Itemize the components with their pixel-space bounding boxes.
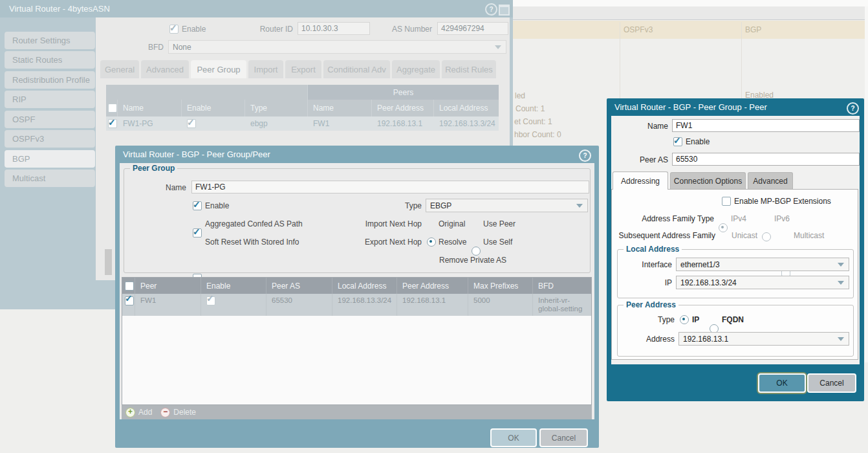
tab-conditional-adv[interactable]: Conditional Adv xyxy=(323,60,390,78)
as-number-input[interactable]: 4294967294 xyxy=(437,22,508,35)
peer-dialog: Virtual Router - BGP - Peer Group - Peer… xyxy=(607,98,864,401)
enable-checkbox[interactable] xyxy=(193,201,202,210)
peer-group-table: Peers Name Enable Type Name Peer Address… xyxy=(106,85,499,131)
bgp-enable-label: Enable xyxy=(182,25,206,34)
select-all-checkbox[interactable] xyxy=(108,104,117,113)
enable-label: Enable xyxy=(205,201,229,210)
peer-group-table-header: Name Enable Type Name Peer Address Local… xyxy=(106,100,499,116)
name-input[interactable]: FW1 xyxy=(672,119,860,132)
table-row[interactable]: FW1 65530 192.168.13.3/24 192.168.13.1 5… xyxy=(122,294,591,316)
import-original-radio[interactable] xyxy=(427,238,436,247)
chevron-down-icon xyxy=(838,263,844,267)
row-checkbox[interactable] xyxy=(108,119,117,128)
peer-address-fieldset: Peer Address Type IP FQDN Address 192.16… xyxy=(617,305,854,357)
sidebar-item-router-settings[interactable]: Router Settings xyxy=(5,32,95,49)
help-icon[interactable]: ? xyxy=(485,3,497,16)
tab-import[interactable]: Import xyxy=(248,60,283,78)
cancel-button[interactable]: Cancel xyxy=(539,428,588,447)
peer-as-input[interactable]: 65530 xyxy=(672,153,860,166)
type-select[interactable]: EBGP xyxy=(426,199,588,212)
bgp-enable-checkbox[interactable] xyxy=(169,25,179,34)
mp-bgp-label: Enable MP-BGP Extensions xyxy=(734,197,831,206)
import-use-peer-radio[interactable] xyxy=(472,247,481,256)
aggregated-confed-checkbox[interactable] xyxy=(193,228,202,238)
peer-address-label: Address xyxy=(620,335,675,344)
as-number-label: AS Number xyxy=(373,25,432,34)
peer-address-select[interactable]: 192.168.13.1 xyxy=(678,332,849,346)
column-header-bgp: BGP xyxy=(745,25,761,34)
tab-advanced[interactable]: Advanced xyxy=(141,60,189,78)
bfd-select[interactable]: None xyxy=(168,40,506,54)
screen: OSPFv3 BGP led Count: 1 et Count: 1 hbor… xyxy=(0,0,868,453)
import-use-peer-label: Use Peer xyxy=(483,219,515,228)
add-icon[interactable]: + xyxy=(125,408,135,417)
enable-label: Enable xyxy=(686,137,710,146)
export-use-self-label: Use Self xyxy=(483,238,512,247)
interface-select[interactable]: ethernet1/3 xyxy=(676,258,849,271)
address-family-label: Address Family Type xyxy=(612,214,714,223)
subsequent-family-label: Subsequent Address Family xyxy=(612,231,715,240)
sidebar-item-ospfv3[interactable]: OSPFv3 xyxy=(5,130,95,148)
name-input[interactable]: FW1-PG xyxy=(191,181,589,193)
router-id-input[interactable]: 10.10.30.3 xyxy=(298,22,370,35)
tab-connection-options[interactable]: Connection Options xyxy=(670,172,746,190)
sidebar-item-redistribution-profile[interactable]: Redistribution Profile xyxy=(5,71,95,89)
add-button[interactable]: Add xyxy=(138,408,152,417)
table-footer-bar: + Add − Delete xyxy=(122,405,592,419)
peer-group-dialog-body: Peer Group Name FW1-PG Enable Type EBGP … xyxy=(120,163,594,419)
delete-button[interactable]: Delete xyxy=(173,408,196,417)
tab-aggregate[interactable]: Aggregate xyxy=(392,60,440,78)
column-header-ospfv3: OSPFv3 xyxy=(624,25,653,34)
help-icon[interactable]: ? xyxy=(579,149,591,162)
mp-bgp-checkbox[interactable] xyxy=(722,197,731,206)
tab-general[interactable]: General xyxy=(100,60,139,78)
ok-button[interactable]: OK xyxy=(490,428,537,447)
ok-button[interactable]: OK xyxy=(758,373,806,393)
router-id-label: Router ID xyxy=(238,25,293,34)
ip-select[interactable]: 192.168.13.3/24 xyxy=(676,276,849,289)
aggregated-confed-label: Aggregated Confed AS Path xyxy=(205,219,303,228)
virtual-router-dialog-titlebar: Virtual Router - 4bytesASN xyxy=(0,0,513,17)
import-next-hop-label: Import Next Hop xyxy=(338,219,422,228)
tab-addressing[interactable]: Addressing xyxy=(613,171,668,190)
ip-label: IP xyxy=(620,278,672,287)
sidebar-item-bgp[interactable]: BGP xyxy=(5,150,95,168)
peer-type-ip-radio[interactable] xyxy=(680,315,689,324)
addressing-panel: Enable MP-BGP Extensions Address Family … xyxy=(611,189,858,360)
sidebar-item-ospf[interactable]: OSPF xyxy=(5,111,95,128)
help-icon[interactable]: ? xyxy=(847,102,859,115)
ipv4-label: IPv4 xyxy=(731,214,746,223)
unicast-label: Unicast xyxy=(732,231,757,240)
name-label: Name xyxy=(611,122,668,131)
tab-advanced[interactable]: Advanced xyxy=(748,172,793,190)
sidebar-item-static-routes[interactable]: Static Routes xyxy=(5,51,95,69)
scrollbar-thumb[interactable] xyxy=(105,249,112,275)
export-resolve-label: Resolve xyxy=(439,238,466,247)
enable-checkbox[interactable] xyxy=(673,137,682,146)
cancel-button[interactable]: Cancel xyxy=(807,373,856,393)
local-address-title: Local Address xyxy=(624,245,682,254)
chevron-down-icon xyxy=(838,281,844,285)
bg-fragment: hbor Count: 0 xyxy=(514,130,561,139)
tab-peer-group[interactable]: Peer Group xyxy=(191,60,246,78)
peers-group-header: Peers xyxy=(308,85,499,100)
chevron-down-icon xyxy=(838,337,844,341)
chevron-down-icon xyxy=(576,204,583,208)
select-all-checkbox[interactable] xyxy=(125,282,134,291)
tab-export[interactable]: Export xyxy=(285,60,321,78)
table-row[interactable]: FW1-PG ebgp FW1 192.168.13.1 192.168.13.… xyxy=(106,116,499,131)
sidebar-item-rip[interactable]: RIP xyxy=(5,91,95,108)
sidebar-item-multicast[interactable]: Multicast xyxy=(5,170,95,187)
delete-icon[interactable]: − xyxy=(160,408,170,417)
bg-fragment: et Count: 1 xyxy=(514,117,552,126)
ipv6-radio[interactable] xyxy=(762,232,771,241)
tab-redist-rules[interactable]: Redist Rules xyxy=(442,60,496,78)
bg-fragment: led xyxy=(515,91,525,100)
maximize-icon[interactable] xyxy=(499,5,510,16)
import-original-label: Original xyxy=(439,219,465,228)
peer-group-section-title: Peer Group xyxy=(130,164,177,173)
row-checkbox[interactable] xyxy=(125,296,134,305)
peer-group-dialog: Virtual Router - BGP - Peer Group/Peer ?… xyxy=(115,146,599,448)
ipv4-radio[interactable] xyxy=(719,223,728,232)
row-enable-checkbox xyxy=(206,296,215,305)
